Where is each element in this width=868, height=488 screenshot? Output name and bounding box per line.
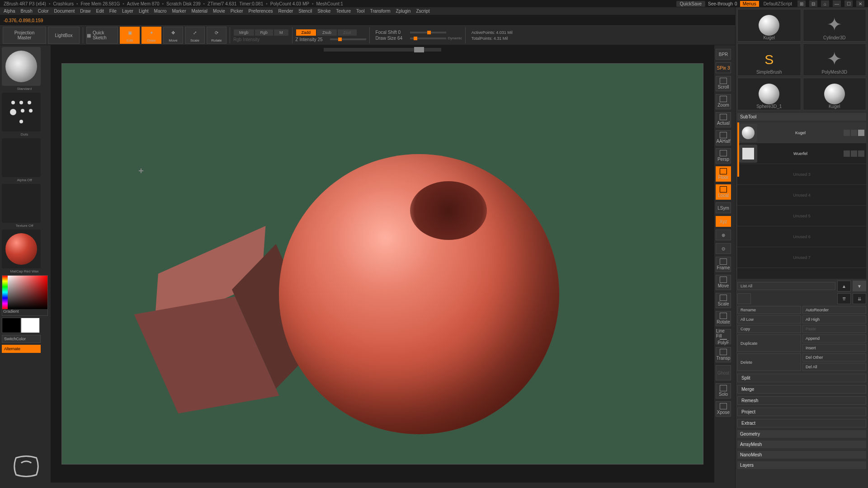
ghost-button[interactable]: Ghost [716,365,731,380]
focal-shift-track[interactable] [410,32,446,33]
z-intensity-track[interactable] [330,38,366,40]
menu-stencil[interactable]: Stencil [298,9,312,14]
quick-sketch-button[interactable]: ▦ Quick Sketch [86,27,118,44]
dynamic-label[interactable]: Dynamic [448,36,462,40]
center-button[interactable]: ⊕ [716,230,731,240]
dock-icon[interactable]: ⊟ [809,0,817,7]
m-button[interactable]: M [274,29,289,36]
actual-button[interactable]: Actual [716,112,731,127]
scroll-button[interactable]: Scroll [716,76,731,91]
brush-selector[interactable] [2,47,41,86]
menu-zplugin[interactable]: Zplugin [396,9,411,14]
xpose-button[interactable]: Xpose [716,401,731,417]
paint-icon[interactable] [844,130,850,136]
tool-simplebrush[interactable]: ЅSimpleBrush [737,43,801,76]
subtool-item-wuerfel[interactable]: Wuerfel [737,143,866,164]
xyz-button[interactable]: Xyz [716,216,731,227]
menu-alpha[interactable]: Alpha [4,9,15,14]
extract-section[interactable]: Extract [737,419,866,427]
append-button[interactable]: Append [802,334,866,343]
menu-light[interactable]: Light [139,9,149,14]
draw-button[interactable]: ✦Draw [142,27,161,44]
hue-strip[interactable] [2,276,8,309]
menu-macro[interactable]: Macro [154,9,167,14]
document-viewport[interactable] [61,63,703,465]
split-section[interactable]: Split [737,374,866,382]
menu-file[interactable]: File [109,9,117,14]
subtool-item-kugel[interactable]: Kugel [737,122,866,143]
dock-icon[interactable]: ⊞ [797,0,806,7]
solo-button[interactable]: Solo [716,383,731,399]
menu-transform[interactable]: Transform [370,9,390,14]
frame-button[interactable]: Frame [716,257,731,272]
z-intensity-slider[interactable]: Z Intensity 25 [296,37,328,42]
menu-marker[interactable]: Marker [172,9,186,14]
texture-selector[interactable] [2,184,41,223]
menu-draw[interactable]: Draw [80,9,90,14]
draw-size-track[interactable] [410,38,446,39]
floor-button[interactable]: Floor [716,166,731,182]
subtool-header[interactable]: SubTool [737,113,866,121]
move-up-alt-button[interactable]: ⇈ [837,293,851,304]
vis-icon[interactable] [851,150,857,157]
stroke-selector[interactable] [2,93,41,131]
tool-kugel-2[interactable]: Kugel [803,78,867,110]
move-button[interactable]: ✥Move [163,27,183,44]
vis-icon[interactable] [851,130,857,136]
primary-color-swatch[interactable] [21,318,40,333]
close-icon[interactable]: ✕ [856,0,864,7]
move-down-button[interactable]: ▼ [853,281,866,291]
color-picker[interactable]: Gradient [2,275,48,316]
del-all-button[interactable]: Del All [802,363,866,371]
alpha-selector[interactable] [2,138,41,177]
merge-section[interactable]: Merge [737,385,866,394]
paint-icon[interactable] [844,150,850,157]
quicksave-button[interactable]: QuickSave [676,1,705,7]
menu-edit[interactable]: Edit [96,9,104,14]
project-section[interactable]: Project [737,408,866,416]
focal-shift-slider[interactable]: Focal Shift 0 [376,30,408,35]
tool-kugel[interactable]: Kugel [737,9,801,42]
projection-master-button[interactable]: Projection Master [3,27,46,44]
menu-material[interactable]: Material [192,9,208,14]
secondary-color-swatch[interactable] [2,318,21,333]
menu-tool[interactable]: Tool [356,9,364,14]
eye-icon[interactable] [858,150,864,157]
spix-slider[interactable]: SPix 3 [716,62,731,73]
linefill-button[interactable]: Line FillPolyF [716,329,731,344]
mrgb-button[interactable]: Mrgb [233,29,255,36]
zcut-button[interactable]: Zcut [337,29,357,36]
tool-polymesh[interactable]: PolyMesh3D [803,43,867,76]
rename-button[interactable]: Rename [737,306,801,314]
menu-render[interactable]: Render [278,9,293,14]
paste-button[interactable]: Paste [802,325,866,333]
menu-preferences[interactable]: Preferences [249,9,273,14]
default-zscript[interactable]: DefaultZScript [762,1,794,6]
maximize-icon[interactable]: ☐ [844,0,853,7]
menu-brush[interactable]: Brush [21,9,33,14]
zsub-button[interactable]: Zsub [316,29,337,36]
delete-button[interactable]: Delete [737,353,801,371]
home-icon[interactable]: ⌂ [821,0,829,7]
switch-color-button[interactable]: SwitchColor [2,335,41,343]
menus-button[interactable]: Menus [740,1,759,7]
rgb-button[interactable]: Rgb [255,29,274,36]
sv-area[interactable] [8,276,47,309]
edit-button[interactable]: ▣Edit [120,27,140,44]
scale-button[interactable]: ⤢Scale [185,27,205,44]
bpr-button[interactable]: BPR [716,49,731,60]
document-scroll-slider[interactable] [324,48,441,52]
tool-sphere3d-1[interactable]: Sphere3D_1 [737,78,801,110]
copy-button[interactable]: Copy [737,325,801,333]
del-other-button[interactable]: Del Other [802,353,866,361]
all-high-button[interactable]: All High [802,315,866,324]
move-down-alt-button[interactable]: ⇊ [853,293,866,304]
menu-stroke[interactable]: Stroke [317,9,330,14]
menu-document[interactable]: Document [54,9,75,14]
remesh-section[interactable]: Remesh [737,396,866,405]
autoreorder-button[interactable]: AutoReorder [802,306,866,314]
zoom-button[interactable]: Zoom [716,94,731,109]
minimize-icon[interactable]: — [833,0,841,7]
geometry-header[interactable]: Geometry [737,430,866,438]
draw-size-slider[interactable]: Draw Size 64 [376,36,408,41]
